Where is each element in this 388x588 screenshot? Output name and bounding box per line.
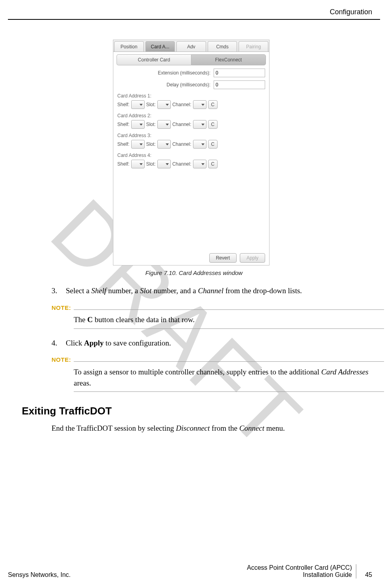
tab-position[interactable]: Position [114, 41, 144, 52]
text: menu. [264, 424, 285, 432]
page-footer: Sensys Networks, Inc. Access Point Contr… [8, 564, 372, 578]
header-rule [8, 19, 380, 20]
text: Click [66, 339, 84, 347]
channel-dropdown[interactable] [193, 100, 206, 109]
text: The [74, 315, 87, 324]
text: Select a [66, 286, 91, 295]
card-address-1-title: Card Address 1: [117, 93, 265, 99]
text-bold: Apply [84, 339, 104, 347]
slot-dropdown[interactable] [157, 100, 171, 109]
shelf-label: Shelf: [117, 122, 130, 127]
shelf-label: Shelf: [117, 102, 130, 107]
rule [74, 328, 384, 329]
slot-label: Slot: [146, 122, 156, 127]
extension-input[interactable] [214, 69, 265, 77]
step-number: 4. [52, 338, 66, 349]
chevron-down-icon [140, 163, 143, 165]
channel-label: Channel: [172, 122, 191, 127]
delay-input[interactable] [214, 80, 265, 89]
shelf-dropdown[interactable] [131, 100, 145, 109]
clear-button[interactable]: C [208, 160, 218, 168]
note-label: NOTE: [52, 304, 74, 312]
note-label: NOTE: [52, 355, 74, 364]
rule [74, 309, 384, 310]
text: button clears the data in that row. [93, 315, 195, 324]
page-number: 45 [356, 571, 372, 578]
footer-doc-title-2: Installation Guide [247, 571, 352, 578]
channel-label: Channel: [172, 141, 191, 147]
header-section: Configuration [330, 8, 372, 16]
slot-label: Slot: [146, 161, 156, 167]
subtab-flexconnect[interactable]: FlexConnect [191, 54, 266, 65]
tab-adv[interactable]: Adv [176, 41, 206, 52]
slot-dropdown[interactable] [157, 160, 171, 168]
chevron-down-icon [201, 163, 205, 165]
revert-button[interactable]: Revert [209, 253, 237, 263]
note-block: NOTE: The C button clears the data in th… [52, 304, 388, 329]
channel-dropdown[interactable] [193, 140, 206, 149]
shelf-dropdown[interactable] [131, 120, 145, 129]
shelf-label: Shelf: [117, 161, 130, 167]
text-italic: Slot [140, 286, 152, 295]
extension-label: Extension (milliseconds): [117, 70, 214, 76]
text: To assign a sensor to multiple controlle… [74, 368, 321, 376]
text: to save configuration. [104, 339, 171, 347]
slot-label: Slot: [146, 141, 156, 147]
chevron-down-icon [166, 143, 169, 145]
subtab-row: Controller Card FlexConnect [117, 54, 266, 65]
clear-button[interactable]: C [208, 100, 218, 109]
text: number, and a [152, 286, 198, 295]
channel-label: Channel: [172, 161, 191, 167]
text-italic: Disconnect [176, 424, 210, 432]
step-4: 4. Click Apply to save configuration. [52, 338, 388, 349]
text: number, a [106, 286, 140, 295]
chevron-down-icon [166, 124, 169, 126]
shelf-dropdown[interactable] [131, 140, 145, 149]
chevron-down-icon [166, 163, 169, 165]
tab-row: Position Card A... Adv Cmds Pairing [113, 40, 269, 52]
text-italic: Connect [239, 424, 264, 432]
footer-company: Sensys Networks, Inc. [8, 571, 247, 578]
text: End the TrafficDOT session by selecting [52, 424, 176, 432]
card-address-3-title: Card Address 3: [117, 133, 265, 138]
text-italic: Card Addresses [321, 368, 369, 376]
slot-dropdown[interactable] [157, 140, 171, 149]
text: from the drop-down lists. [224, 286, 302, 295]
section-paragraph: End the TrafficDOT session by selecting … [52, 423, 388, 434]
channel-dropdown[interactable] [193, 120, 206, 129]
footer-doc-title-1: Access Point Controller Card (APCC) [247, 564, 352, 571]
step-3: 3. Select a Shelf number, a Slot number,… [52, 285, 388, 296]
step-number: 3. [52, 285, 66, 296]
delay-label: Delay (milliseconds): [117, 82, 214, 88]
channel-label: Channel: [172, 102, 191, 107]
subtab-controller-card[interactable]: Controller Card [117, 54, 191, 65]
tab-cmds[interactable]: Cmds [208, 41, 237, 52]
chevron-down-icon [140, 143, 143, 145]
shelf-label: Shelf: [117, 141, 130, 147]
tab-pairing: Pairing [239, 41, 268, 52]
text-italic: Shelf [91, 286, 106, 295]
channel-dropdown[interactable] [193, 160, 206, 168]
clear-button[interactable]: C [208, 140, 218, 149]
text: from the [210, 424, 239, 432]
chevron-down-icon [201, 104, 205, 106]
text: areas. [74, 379, 91, 387]
shelf-dropdown[interactable] [131, 160, 145, 168]
figure-caption: Figure 7.10. Card Addresses window [0, 269, 388, 276]
note-block: NOTE: To assign a sensor to multiple con… [52, 355, 388, 392]
card-addresses-window: Position Card A... Adv Cmds Pairing Cont… [113, 40, 269, 265]
card-address-4-title: Card Address 4: [117, 153, 265, 158]
tab-card-a[interactable]: Card A... [145, 41, 175, 52]
rule [74, 391, 384, 392]
section-heading: Exiting TrafficDOT [22, 404, 388, 419]
slot-label: Slot: [146, 102, 156, 107]
clear-button[interactable]: C [208, 120, 218, 129]
text-bold: C [87, 315, 93, 324]
apply-button[interactable]: Apply [240, 253, 265, 263]
chevron-down-icon [201, 124, 205, 126]
chevron-down-icon [201, 143, 205, 145]
slot-dropdown[interactable] [157, 120, 171, 129]
card-address-2-title: Card Address 2: [117, 113, 265, 118]
chevron-down-icon [166, 104, 169, 106]
rule [74, 361, 384, 362]
